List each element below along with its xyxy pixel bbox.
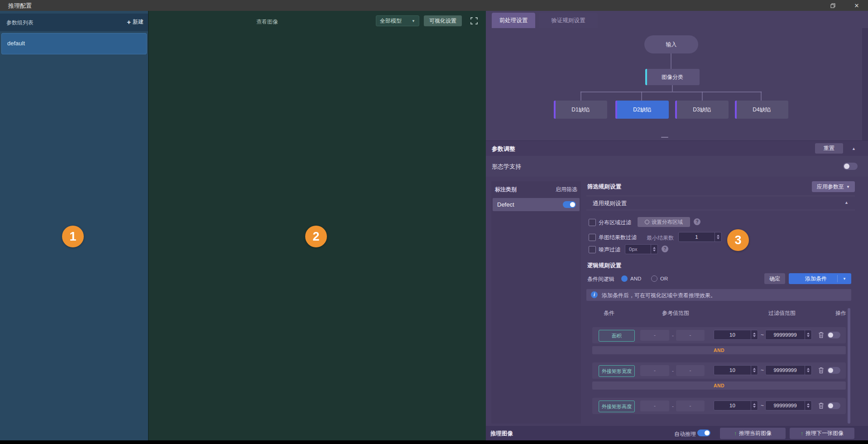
flow-node-d4-defect[interactable]: D4缺陷	[735, 101, 788, 119]
tab-label: 前处理设置	[499, 17, 528, 24]
caret-up-icon[interactable]: ▲	[852, 146, 856, 151]
reference-max-input[interactable]: -	[676, 401, 705, 411]
model-filter-dropdown[interactable]: 全部模型 ▼	[376, 15, 419, 26]
area-filter-checkbox[interactable]	[589, 219, 596, 226]
spin-up-icon	[653, 247, 656, 249]
min-count-label: 最小结果数	[647, 234, 674, 242]
spinner-arrows[interactable]	[751, 330, 758, 339]
filter-min-spinner[interactable]: 10	[714, 330, 758, 340]
help-icon[interactable]: ?	[662, 246, 668, 252]
noise-filter-spinner[interactable]: 0px	[625, 244, 658, 254]
reset-button[interactable]: 重置	[815, 143, 843, 154]
set-distribution-area-button[interactable]: 设置分布区域	[638, 217, 690, 227]
auto-inference-toggle[interactable]	[697, 430, 710, 436]
condition-row-bbox-width: 外接矩形宽度 - - - 10 ~	[592, 362, 846, 379]
condition-enable-toggle[interactable]	[827, 367, 840, 374]
category-item-defect[interactable]: Defect	[493, 198, 580, 211]
reference-max-input[interactable]: -	[676, 365, 705, 376]
group-list-item-default[interactable]: default	[1, 33, 147, 54]
restore-window-button[interactable]	[829, 2, 836, 9]
spin-up-icon	[807, 368, 810, 370]
and-joiner-label: AND	[714, 347, 724, 353]
reference-min-input[interactable]: -	[640, 330, 669, 341]
toggle-knob	[705, 430, 710, 435]
fullscreen-button[interactable]	[470, 17, 478, 24]
condition-enable-toggle[interactable]	[827, 332, 840, 338]
filter-min-spinner[interactable]: 10	[714, 401, 758, 410]
window-title: 推理配置	[8, 2, 32, 10]
filter-max-spinner[interactable]: 99999999	[765, 401, 812, 410]
spinner-arrows[interactable]	[751, 366, 758, 375]
spinner-arrows[interactable]	[751, 401, 758, 410]
flow-connector	[641, 92, 642, 101]
info-banner: i 添加条件后，可在可视化区域中查看推理效果。	[586, 289, 851, 301]
reference-min-input[interactable]: -	[640, 401, 669, 411]
flow-collapse-handle[interactable]	[661, 137, 668, 138]
range-dash: -	[672, 403, 674, 410]
trash-icon[interactable]	[818, 402, 824, 409]
arrow-up-icon: ↑	[801, 430, 803, 437]
and-radio[interactable]	[621, 275, 628, 282]
rules-scrollbar-thumb[interactable]	[848, 308, 850, 424]
flow-node-d1-defect[interactable]: D1缺陷	[554, 101, 607, 119]
or-radio[interactable]	[651, 275, 657, 282]
add-condition-button[interactable]: 添加条件 ▼	[789, 273, 851, 284]
new-group-button[interactable]: + 新建	[127, 18, 144, 26]
and-label: AND	[630, 276, 641, 281]
condition-enable-toggle[interactable]	[827, 402, 840, 409]
category-enable-toggle[interactable]	[563, 201, 576, 208]
close-icon: ✕	[854, 2, 859, 9]
count-filter-checkbox[interactable]	[589, 234, 596, 241]
apply-params-to-button[interactable]: 应用参数至 ▼	[812, 181, 855, 192]
flow-node-d3-defect[interactable]: D3缺陷	[675, 101, 729, 119]
condition-row-bbox-height: 外接矩形高度 - - - 10 ~	[592, 398, 846, 414]
condition-logic-label: 条件间逻辑	[587, 275, 614, 283]
area-filter-row: 分布区域过滤 设置分布区域 ?	[586, 216, 855, 228]
reference-max-input[interactable]: -	[676, 330, 705, 341]
plus-icon: +	[127, 19, 131, 25]
tab-preprocess-settings[interactable]: 前处理设置	[492, 13, 535, 28]
spinner-arrows[interactable]	[805, 330, 811, 339]
trash-icon[interactable]	[818, 367, 824, 374]
condition-type-button[interactable]: 面积	[599, 330, 635, 342]
tab-validation-rule-settings[interactable]: 验证规则设置	[539, 13, 598, 28]
general-rules-header[interactable]: 通用规则设置 ▲	[586, 196, 855, 210]
settings-panel: 前处理设置 验证规则设置 输入 图像分类	[486, 11, 868, 440]
flow-node-input[interactable]: 输入	[644, 35, 698, 53]
condition-type-button[interactable]: 外接矩形宽度	[599, 365, 635, 377]
spinner-arrows[interactable]	[715, 232, 721, 241]
confirm-button[interactable]: 确定	[764, 273, 785, 284]
flow-node-d2-defect-selected[interactable]: D2缺陷	[615, 101, 669, 119]
min-count-spinner[interactable]: 1	[678, 232, 722, 242]
flow-node-image-classification[interactable]: 图像分类	[645, 69, 700, 85]
condition-type-button[interactable]: 外接矩形高度	[599, 401, 635, 412]
infer-next-image-button[interactable]: ↑ 推理下一张图像	[790, 428, 854, 439]
spinner-arrows[interactable]	[805, 366, 811, 375]
close-window-button[interactable]: ✕	[853, 2, 860, 9]
morphology-toggle[interactable]	[843, 163, 858, 170]
flow-node-label: 图像分类	[662, 73, 683, 81]
model-flow-diagram: 输入 图像分类 D1缺陷 D2缺陷	[486, 28, 868, 140]
filter-max-spinner[interactable]: 99999999	[765, 330, 812, 340]
spinner-arrows[interactable]	[651, 245, 657, 254]
noise-filter-checkbox[interactable]	[589, 246, 596, 253]
col-header-filter-range: 过滤值范围	[768, 309, 796, 317]
spinner-arrows[interactable]	[805, 401, 811, 410]
help-icon[interactable]: ?	[694, 218, 700, 225]
reference-min-value: -	[654, 403, 656, 409]
filter-min-spinner[interactable]: 10	[714, 365, 758, 375]
col-header-reference-range: 参考值范围	[662, 309, 689, 317]
range-tilde: ~	[761, 402, 764, 409]
flow-node-label: D3缺陷	[693, 106, 710, 114]
visualization-settings-button[interactable]: 可视化设置	[424, 15, 462, 26]
apply-params-label: 应用参数至	[817, 183, 844, 191]
spinner-value: 10	[714, 366, 751, 375]
filter-max-spinner[interactable]: 99999999	[765, 365, 812, 375]
reference-min-input[interactable]: -	[640, 365, 669, 376]
marker-number: 2	[312, 230, 319, 244]
trash-icon[interactable]	[818, 332, 824, 338]
inference-image-title: 推理图像	[490, 430, 513, 438]
flow-node-label: D2缺陷	[633, 106, 651, 114]
spin-up-icon	[753, 403, 756, 405]
infer-current-image-button[interactable]: ↑ 推理当前图像	[720, 428, 786, 439]
